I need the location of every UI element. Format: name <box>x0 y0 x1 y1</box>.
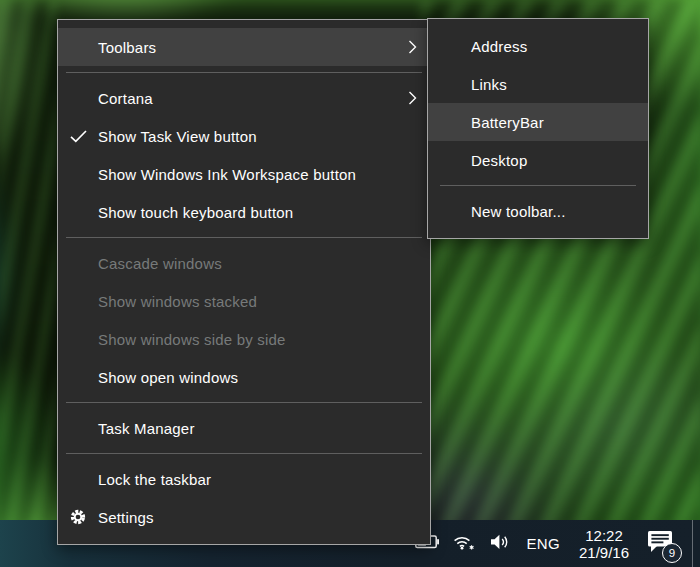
menu-item-label: Show touch keyboard button <box>98 204 417 221</box>
menu-item-show-windows-stacked: Show windows stacked <box>58 282 430 320</box>
menu-item-lock-the-taskbar[interactable]: Lock the taskbar <box>58 460 430 498</box>
menu-item-label: New toolbar... <box>471 203 635 220</box>
checkmark-icon <box>58 130 98 143</box>
notification-count-badge: 9 <box>662 543 682 563</box>
chevron-right-icon <box>408 90 417 106</box>
speaker-icon <box>490 533 511 555</box>
menu-item-label: Lock the taskbar <box>98 471 417 488</box>
menu-item-label: Show Windows Ink Workspace button <box>98 166 417 183</box>
menu-item-label: Settings <box>98 509 417 526</box>
volume-tray-button[interactable] <box>483 520 518 567</box>
menu-separator <box>66 402 422 403</box>
submenu-item-desktop[interactable]: Desktop <box>428 141 648 179</box>
toolbars-submenu: Address Links BatteryBar Desktop New too… <box>427 18 649 239</box>
chevron-right-icon <box>408 39 417 55</box>
menu-item-cortana[interactable]: Cortana <box>58 79 430 117</box>
menu-item-cascade-windows: Cascade windows <box>58 244 430 282</box>
menu-item-label: Links <box>471 76 635 93</box>
menu-item-label: Show open windows <box>98 369 417 386</box>
gear-icon <box>58 508 98 526</box>
show-desktop-button[interactable] <box>693 520 700 567</box>
menu-item-show-open-windows[interactable]: Show open windows <box>58 358 430 396</box>
menu-item-show-windows-ink-workspace-button[interactable]: Show Windows Ink Workspace button <box>58 155 430 193</box>
language-label: ENG <box>527 535 560 552</box>
taskbar-context-menu: Toolbars Cortana Show Task View button S… <box>57 19 431 545</box>
menu-item-task-manager[interactable]: Task Manager <box>58 409 430 447</box>
submenu-item-new-toolbar[interactable]: New toolbar... <box>428 192 648 230</box>
clock[interactable]: 12:22 21/9/16 <box>569 520 639 567</box>
submenu-item-batterybar[interactable]: BatteryBar <box>428 103 648 141</box>
clock-date: 21/9/16 <box>579 544 629 561</box>
submenu-item-links[interactable]: Links <box>428 65 648 103</box>
menu-item-toolbars[interactable]: Toolbars <box>58 28 430 66</box>
menu-item-label: Desktop <box>471 152 635 169</box>
menu-item-show-touch-keyboard-button[interactable]: Show touch keyboard button <box>58 193 430 231</box>
action-center-button[interactable]: 9 <box>639 520 684 567</box>
menu-separator <box>440 185 636 186</box>
submenu-item-address[interactable]: Address <box>428 27 648 65</box>
menu-item-label: BatteryBar <box>471 114 635 131</box>
menu-item-label: Cortana <box>98 90 408 107</box>
menu-separator <box>66 453 422 454</box>
wifi-limited-icon <box>453 533 476 555</box>
language-indicator[interactable]: ENG <box>518 520 569 567</box>
network-tray-button[interactable] <box>446 520 483 567</box>
menu-item-show-task-view-button[interactable]: Show Task View button <box>58 117 430 155</box>
menu-item-label: Cascade windows <box>98 255 417 272</box>
menu-item-label: Show windows stacked <box>98 293 417 310</box>
clock-time: 12:22 <box>579 527 629 544</box>
menu-item-label: Task Manager <box>98 420 417 437</box>
menu-separator <box>66 72 422 73</box>
system-tray: ENG 12:22 21/9/16 9 <box>408 520 700 567</box>
menu-item-settings[interactable]: Settings <box>58 498 430 536</box>
menu-item-label: Toolbars <box>98 39 408 56</box>
menu-item-label: Show Task View button <box>98 128 417 145</box>
menu-item-show-windows-side-by-side: Show windows side by side <box>58 320 430 358</box>
menu-item-label: Address <box>471 38 635 55</box>
menu-item-label: Show windows side by side <box>98 331 417 348</box>
wallpaper-fern-texture-left <box>0 0 58 527</box>
menu-separator <box>66 237 422 238</box>
